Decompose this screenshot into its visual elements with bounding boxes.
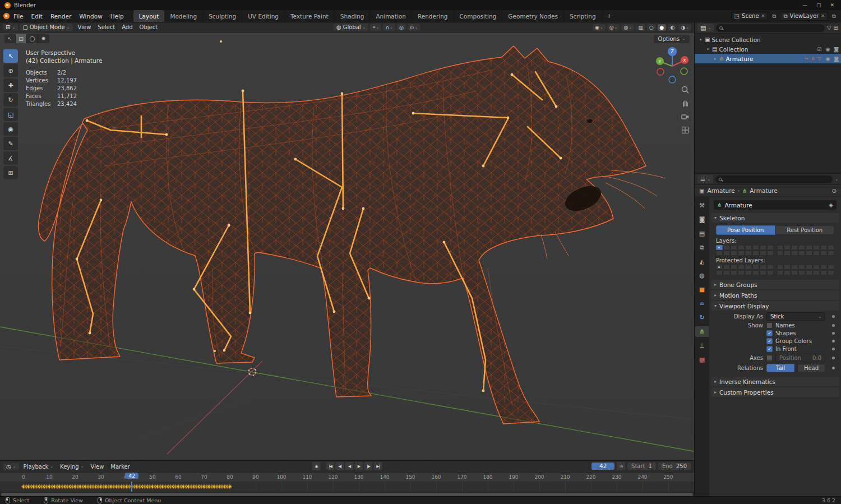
clear-scene-icon[interactable]: ✕ (761, 13, 765, 19)
animate-property-dot[interactable] (832, 340, 835, 343)
outliner-row-armature[interactable]: ▸⋔Armature↪⋔▽◉◙ (695, 54, 841, 63)
transform-orientation-button[interactable]: ◍ Global ⌄ (334, 24, 369, 31)
panel-bone-groups[interactable]: ▸ Bone Groups (711, 280, 839, 289)
panel-custom-properties[interactable]: ▸ Custom Properties (711, 387, 839, 397)
gizmo-axis-neg-z[interactable] (669, 76, 676, 83)
viewport-menu-select[interactable]: Select (94, 24, 118, 31)
relations-tail-button[interactable]: Tail (766, 364, 794, 372)
zoom-icon[interactable] (681, 85, 690, 94)
expander-icon[interactable]: ▸ (713, 57, 718, 61)
in-front-checkbox[interactable]: ✓ (766, 346, 773, 352)
layer-cell[interactable] (723, 245, 730, 250)
layer-cell[interactable] (798, 265, 805, 270)
names-checkbox[interactable] (766, 322, 773, 329)
outliner-search-input[interactable] (716, 24, 825, 32)
tool-measure-button[interactable]: ∡ (3, 151, 18, 165)
properties-tab-constraints[interactable]: ∞ (695, 298, 709, 309)
layer-cell[interactable] (723, 270, 730, 275)
proportional-falloff-icon[interactable]: ⊙⌄ (408, 24, 420, 31)
layer-cell[interactable] (752, 265, 759, 270)
properties-tab-render[interactable]: ◙ (695, 214, 709, 225)
workspace-tab-scripting[interactable]: Scripting (564, 10, 602, 22)
new-collection-icon[interactable]: ⊞ (834, 25, 838, 31)
layer-cell[interactable] (738, 245, 745, 250)
properties-tab-world[interactable]: ◍ (695, 270, 709, 281)
menu-edit[interactable]: Edit (27, 12, 47, 21)
prev-keyframe-button[interactable]: ◀| (336, 462, 344, 470)
layer-cell[interactable] (745, 251, 752, 256)
layer-cell[interactable] (828, 270, 834, 275)
timeline-menu-view[interactable]: View (87, 463, 108, 470)
rest-position-button[interactable]: Rest Position (775, 225, 835, 235)
editor-type-button[interactable]: ⊞⌄ (3, 24, 18, 31)
workspace-tab-uv-editing[interactable]: UV Editing (242, 10, 285, 22)
tool-rotate-button[interactable]: ↻ (3, 93, 18, 107)
layer-cell[interactable] (784, 251, 791, 256)
move-view-hand-icon[interactable] (681, 99, 690, 108)
layer-cell[interactable] (828, 265, 834, 270)
new-scene-button[interactable]: ⧉ (770, 12, 778, 20)
layer-cell[interactable] (760, 265, 766, 270)
timeline-menu-marker[interactable]: Marker (107, 463, 133, 470)
proportional-editing-icon[interactable]: ◎ (397, 24, 406, 31)
keyframe-diamond[interactable] (228, 484, 232, 489)
mode-select-button[interactable]: ▢ Object Mode ⌄ (20, 24, 72, 31)
clear-view-layer-icon[interactable]: ✕ (821, 13, 825, 19)
maximize-button[interactable]: ▢ (816, 2, 821, 8)
current-frame-field[interactable]: 42 (592, 463, 614, 470)
workspace-tab-layout[interactable]: Layout (133, 10, 165, 22)
layer-cell[interactable] (791, 251, 798, 256)
shading-solid-icon[interactable]: ● (658, 24, 667, 31)
checkbox-toggle-icon[interactable]: ☑ (817, 47, 821, 52)
shapes-checkbox[interactable]: ✓ (766, 330, 773, 336)
display-as-dropdown[interactable]: Stick ⌄ (766, 312, 825, 321)
layer-cell[interactable] (716, 245, 723, 250)
properties-tab-object[interactable]: ■ (695, 284, 709, 295)
panel-skeleton[interactable]: ▾ Skeleton (711, 213, 839, 223)
workspace-tab-modeling[interactable]: Modeling (164, 10, 203, 22)
workspace-tab-sculpting[interactable]: Sculpting (203, 10, 242, 22)
layer-cell[interactable] (731, 270, 737, 275)
layer-cell[interactable] (731, 251, 737, 256)
play-reverse-button[interactable]: ◀ (345, 462, 354, 470)
viewport-menu-view[interactable]: View (75, 24, 95, 31)
layer-cell[interactable] (723, 251, 730, 256)
animate-property-dot[interactable] (832, 332, 835, 335)
select-circle-mode-button[interactable]: ◯ (27, 34, 38, 43)
workspace-tab-shading[interactable]: Shading (335, 10, 371, 22)
layer-cell[interactable] (798, 245, 805, 250)
layer-cell[interactable] (752, 270, 759, 275)
menu-window[interactable]: Window (75, 12, 106, 21)
viewport-menu-add[interactable]: Add (118, 24, 136, 31)
timeline-body[interactable]: 0102030405060708090100110120130140150160… (0, 472, 694, 492)
select-lasso-mode-button[interactable]: ✺ (38, 34, 49, 43)
group-colors-checkbox[interactable]: ✓ (766, 338, 773, 344)
workspace-tab-compositing[interactable]: Compositing (454, 10, 503, 22)
layer-cell[interactable] (716, 270, 723, 275)
tool-scale-button[interactable]: ◱ (3, 108, 18, 121)
layer-cell[interactable] (828, 251, 834, 256)
tool-annotate-button[interactable]: ✎ (3, 137, 18, 150)
view-layer-selector[interactable]: ⧉ ViewLayer ✕ (780, 12, 828, 21)
layer-cell[interactable] (745, 245, 752, 250)
layer-cell[interactable] (791, 245, 798, 250)
select-box-mode-button[interactable]: ▢ (16, 34, 27, 43)
workspace-tab-animation[interactable]: Animation (370, 10, 412, 22)
layer-cell[interactable] (784, 265, 791, 270)
snap-magnet-icon[interactable]: ∩⌄ (383, 24, 395, 31)
layer-cell[interactable] (784, 270, 791, 275)
outliner-row-scene-collection[interactable]: ▾▣Scene Collection (695, 35, 841, 44)
fake-user-shield-icon[interactable]: ◈ (829, 202, 833, 208)
layer-cell[interactable] (813, 265, 820, 270)
toggle-xray-icon[interactable]: ▥ (636, 24, 645, 31)
workspace-tab-texture-paint[interactable]: Texture Paint (285, 10, 335, 22)
outliner-editor-type-button[interactable]: ▤⌄ (697, 24, 714, 32)
layer-cell[interactable] (752, 245, 759, 250)
properties-editor-type-button[interactable]: ≡⌄ (697, 175, 713, 183)
menu-file[interactable]: File (10, 12, 27, 21)
pin-icon[interactable]: ⊙ (832, 188, 837, 194)
layer-cell[interactable] (738, 251, 745, 256)
layer-cell[interactable] (767, 245, 774, 250)
add-workspace-button[interactable]: + (602, 12, 616, 20)
camera-view-icon[interactable] (681, 112, 690, 121)
